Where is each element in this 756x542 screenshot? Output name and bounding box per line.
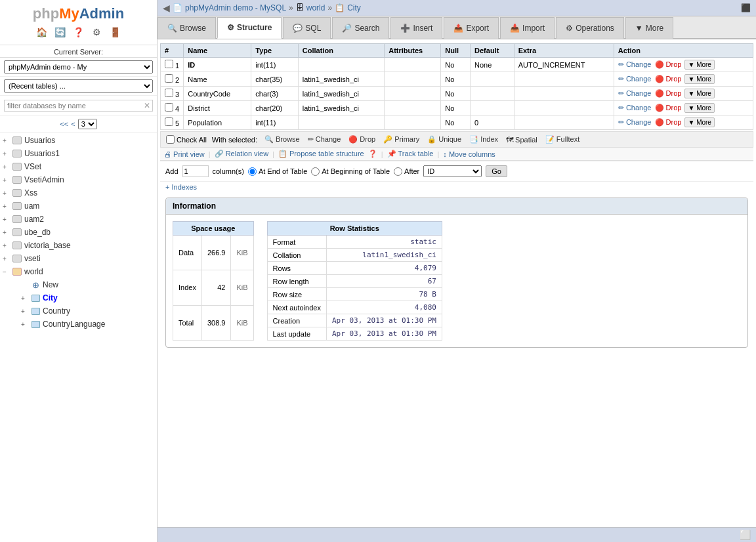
col-name: District	[184, 101, 251, 115]
row-checkbox[interactable]	[165, 117, 173, 126]
breadcrumb-table[interactable]: City	[347, 3, 361, 12]
after-field-select[interactable]: IDNameCountryCodeDistrictPopulation	[423, 165, 482, 177]
sidebar-item-uam2[interactable]: + uam2	[0, 213, 157, 226]
tab-insert[interactable]: ➕ Insert	[390, 17, 442, 39]
ws-spatial-btn[interactable]: 🗺 Spatial	[504, 135, 539, 144]
sidebar-item-vset[interactable]: + VSet	[0, 160, 157, 173]
filter-clear-icon[interactable]: ✕	[144, 101, 150, 110]
breadcrumb-server[interactable]: phpMyAdmin demo - MySQL	[185, 3, 286, 12]
refresh-icon[interactable]: 🔄	[53, 25, 68, 39]
row-checkbox[interactable]	[165, 60, 173, 68]
sidebar-item-uam[interactable]: + uam	[0, 199, 157, 213]
row-checkbox[interactable]	[165, 89, 173, 97]
server-label: Current Server:	[0, 45, 157, 58]
space-total-unit: KiB	[231, 305, 253, 340]
ws-change-btn[interactable]: ✏ Change	[306, 135, 343, 144]
after-radio[interactable]	[394, 167, 402, 176]
row-checkbox[interactable]	[165, 74, 173, 83]
print-view-link[interactable]: 🖨 Print view	[164, 150, 205, 158]
sidebar-item-vseti[interactable]: + vseti	[0, 252, 157, 265]
ws-drop-btn[interactable]: 🔴 Drop	[346, 135, 377, 144]
drop-btn[interactable]: 🔴 Drop	[655, 60, 682, 69]
at-beginning-label[interactable]: At Beginning of Table	[311, 167, 390, 176]
logout-icon[interactable]: 🚪	[108, 25, 123, 39]
sidebar-item-victoria-base[interactable]: + victoria_base	[0, 239, 157, 252]
move-columns-link[interactable]: ↕ Move columns	[443, 150, 495, 158]
settings-icon[interactable]: ⚙	[90, 25, 104, 39]
more-dropdown[interactable]: ▼ More	[684, 74, 714, 84]
page-prev-prev[interactable]: <<	[60, 120, 68, 128]
tab-import[interactable]: 📥 Import	[500, 17, 555, 39]
tab-sql[interactable]: 💬 SQL	[283, 17, 331, 39]
more-dropdown[interactable]: ▼ More	[684, 117, 714, 127]
propose-table-link[interactable]: 📋 Propose table structure	[278, 150, 364, 158]
tab-more[interactable]: ▼ More	[625, 17, 673, 39]
sidebar-item-city[interactable]: + City	[18, 291, 157, 304]
sidebar-item-xss[interactable]: + Xss	[0, 186, 157, 199]
more-dropdown[interactable]: ▼ More	[684, 89, 714, 98]
check-all-label[interactable]: Check All	[166, 135, 207, 144]
sidebar-item-country[interactable]: + Country	[18, 304, 157, 318]
collapse-icon[interactable]: ⬜	[740, 530, 751, 540]
ws-primary-btn[interactable]: 🔑 Primary	[381, 135, 421, 144]
more-dropdown[interactable]: ▼ More	[684, 60, 714, 70]
ws-browse-btn[interactable]: 🔍 Browse	[262, 135, 302, 144]
recent-tables-select[interactable]: (Recent tables) ...	[4, 79, 153, 93]
ws-fulltext-btn[interactable]: 📝 Fulltext	[543, 135, 582, 144]
change-btn[interactable]: ✏ Change	[618, 104, 652, 112]
drop-btn[interactable]: 🔴 Drop	[655, 89, 682, 98]
tab-operations[interactable]: ⚙ Operations	[556, 17, 624, 39]
change-btn[interactable]: ✏ Change	[618, 60, 652, 69]
sidebar-item-label: vseti	[24, 254, 41, 263]
col-null: No	[441, 58, 471, 72]
server-select[interactable]: phpMyAdmin demo - My	[4, 60, 153, 73]
ws-index-btn[interactable]: 📑 Index	[467, 135, 500, 144]
tab-browse[interactable]: 🔍 Browse	[158, 17, 216, 39]
sidebar-item-countrylanguage[interactable]: + CountryLanguage	[18, 318, 157, 331]
at-beginning-radio[interactable]	[311, 167, 320, 176]
at-end-label[interactable]: At End of Table	[248, 167, 307, 176]
track-table-link[interactable]: 📌 Track table	[387, 150, 434, 158]
tab-structure[interactable]: ⚙ Structure	[217, 17, 282, 39]
add-columns-input[interactable]	[182, 165, 209, 177]
row-checkbox[interactable]	[165, 103, 173, 112]
col-header-extra: Extra	[514, 44, 614, 58]
home-icon[interactable]: 🏠	[35, 25, 49, 39]
propose-table-help-icon[interactable]: ❓	[368, 150, 377, 158]
go-button[interactable]: Go	[486, 165, 507, 177]
page-prev[interactable]: <	[71, 120, 75, 128]
help-icon[interactable]: ❓	[72, 25, 86, 39]
col-header-name: Name	[184, 44, 251, 58]
drop-btn[interactable]: 🔴 Drop	[655, 104, 682, 112]
row-checkbox-cell: 4	[161, 101, 184, 115]
ws-unique-btn[interactable]: 🔒 Unique	[425, 135, 463, 144]
filter-input[interactable]	[4, 100, 153, 112]
sidebar-item-usuarios[interactable]: + Usuarios	[0, 134, 157, 147]
information-title: Information	[166, 198, 747, 215]
relation-view-link[interactable]: 🔗 Relation view	[215, 150, 268, 158]
drop-btn[interactable]: 🔴 Drop	[655, 75, 682, 83]
col-type: int(11)	[251, 58, 299, 72]
tab-search[interactable]: 🔎 Search	[332, 17, 389, 39]
check-all-checkbox[interactable]	[166, 135, 175, 144]
at-end-radio[interactable]	[248, 167, 257, 176]
breadcrumb-db[interactable]: world	[306, 3, 326, 12]
sidebar-item-new[interactable]: ⊕ New	[18, 278, 157, 291]
page-select[interactable]: 12345	[78, 119, 97, 129]
sidebar-item-ube-db[interactable]: + ube_db	[0, 226, 157, 239]
change-btn[interactable]: ✏ Change	[618, 118, 652, 127]
sidebar-item-usuarios1[interactable]: + Usuarios1	[0, 147, 157, 160]
at-beginning-text: At Beginning of Table	[322, 167, 390, 175]
collapse-sidebar-icon[interactable]: ⬛	[741, 3, 751, 12]
tab-export[interactable]: 📤 Export	[444, 17, 499, 39]
nav-back-icon[interactable]: ◀	[163, 3, 170, 13]
sidebar-item-vsetiadmin[interactable]: + VsetiAdmin	[0, 173, 157, 186]
indexes-link[interactable]: + Indexes	[165, 183, 197, 191]
drop-btn[interactable]: 🔴 Drop	[655, 118, 682, 127]
more-dropdown[interactable]: ▼ More	[684, 103, 714, 113]
change-btn[interactable]: ✏ Change	[618, 75, 652, 83]
main-area: ◀ 📄 phpMyAdmin demo - MySQL » 🗄 world » …	[158, 0, 756, 542]
sidebar-item-world[interactable]: − world	[0, 265, 157, 278]
after-label[interactable]: After	[394, 167, 419, 176]
change-btn[interactable]: ✏ Change	[618, 89, 652, 98]
